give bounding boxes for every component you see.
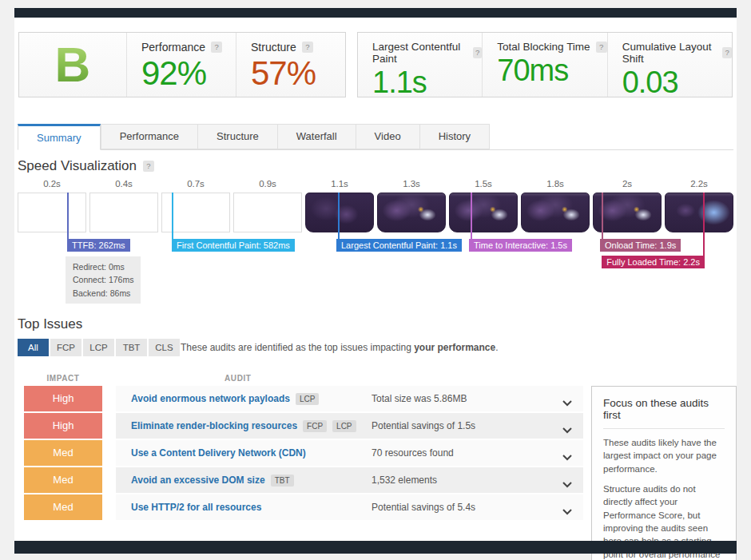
table-row: Med Avoid an excessive DOM size TBT 1,53…: [24, 467, 583, 493]
top-issues-title: Top Issues: [18, 316, 82, 332]
audit-detail: Total size was 5.86MB: [372, 393, 467, 404]
filters-caption: These audits are identified as the top i…: [181, 342, 499, 353]
ttfb-marker-line: [67, 193, 69, 240]
chevron-down-icon[interactable]: [562, 504, 572, 518]
tab-history[interactable]: History: [420, 124, 490, 149]
help-icon[interactable]: ?: [722, 47, 732, 58]
cls-cell: Cumulative Layout Shift ? 0.03: [608, 33, 732, 97]
impact-badge: Med: [24, 440, 102, 466]
column-header-audit: AUDIT: [225, 374, 252, 383]
help-icon[interactable]: ?: [473, 47, 482, 58]
help-icon[interactable]: ?: [143, 161, 154, 172]
filter-lcp[interactable]: LCP: [83, 339, 114, 356]
impact-badge: High: [24, 413, 102, 439]
impact-badge: Med: [24, 467, 102, 493]
cls-label: Cumulative Layout Shift: [622, 41, 717, 65]
backend-time: Backend: 86ms: [73, 287, 133, 300]
help-icon[interactable]: ?: [211, 42, 222, 53]
tab-video[interactable]: Video: [356, 124, 420, 149]
help-icon[interactable]: ?: [596, 42, 607, 53]
chevron-down-icon[interactable]: [562, 477, 572, 491]
filmstrip-frame-screenshot: [665, 193, 733, 232]
scores-card: B Performance ? 92% Structure ? 57%: [18, 32, 346, 97]
audit-tag: LCP: [332, 420, 356, 432]
filmstrip-frame-screenshot: [449, 193, 518, 232]
table-row: Med Use HTTP/2 for all resources Potenti…: [24, 494, 583, 520]
impact-badge: High: [24, 386, 102, 411]
timeline-tick: 1.5s: [449, 179, 518, 189]
connect-time: Connect: 176ms: [73, 273, 133, 286]
chevron-down-icon[interactable]: [562, 395, 572, 410]
site-footer-bar: [14, 541, 737, 554]
focus-panel-paragraph: These audits likely have the largest imp…: [603, 436, 725, 475]
audit-link[interactable]: Use a Content Delivery Network (CDN): [131, 447, 306, 459]
audit-detail: 70 resources found: [372, 447, 454, 459]
timeline-tick: 1.8s: [521, 179, 590, 189]
audit-link[interactable]: Eliminate render-blocking resources: [131, 420, 297, 431]
audit-link[interactable]: Avoid an excessive DOM size: [131, 475, 265, 486]
audit-tag: FCP: [303, 420, 327, 432]
audit-detail: Potential savings of 5.4s: [372, 502, 475, 513]
timeline-tick: 2.2s: [665, 179, 733, 189]
timeline-tick: 2s: [593, 179, 662, 189]
tab-summary[interactable]: Summary: [18, 124, 101, 150]
gtmetrix-report-page: B Performance ? 92% Structure ? 57% Larg…: [0, 0, 751, 560]
filter-all[interactable]: All: [18, 339, 49, 356]
chevron-down-icon[interactable]: [562, 423, 572, 437]
audit-link[interactable]: Use HTTP/2 for all resources: [131, 502, 261, 513]
structure-score-cell: Structure ? 57%: [236, 33, 345, 97]
filter-tbt[interactable]: TBT: [116, 339, 147, 356]
audit-detail: 1,532 elements: [372, 475, 437, 486]
ttfb-marker-label: TTFB: 262ms: [67, 239, 130, 252]
help-icon[interactable]: ?: [302, 42, 313, 53]
filter-cls[interactable]: CLS: [149, 339, 180, 356]
filmstrip-frame-blank: [89, 193, 158, 232]
chevron-down-icon[interactable]: [562, 450, 572, 464]
tab-structure[interactable]: Structure: [198, 124, 278, 149]
filter-fcp[interactable]: FCP: [50, 339, 81, 356]
tti-marker-line: [471, 193, 472, 240]
onload-marker-label: Onload Time: 1.9s: [600, 239, 681, 252]
onload-marker-line: [602, 193, 603, 240]
structure-label: Structure: [251, 41, 296, 54]
filmstrip-frame-screenshot: [377, 193, 446, 232]
speed-visualization-title: Speed Visualization: [18, 158, 137, 174]
ttfb-breakdown-box: Redirect: 0ms Connect: 176ms Backend: 86…: [66, 256, 141, 304]
timeline-tick: 0.7s: [161, 179, 230, 189]
filmstrip-frame-screenshot: [521, 193, 590, 232]
grade-cell: B: [19, 33, 127, 97]
audit-tag: LCP: [296, 393, 319, 405]
table-row: High Avoid enormous network payloads LCP…: [24, 386, 583, 411]
tbt-cell: Total Blocking Time ? 70ms: [483, 33, 607, 97]
tab-performance[interactable]: Performance: [101, 124, 198, 149]
filmstrip-frame-blank: [233, 193, 302, 232]
audit-tag: TBT: [271, 475, 294, 487]
table-row: Med Use a Content Delivery Network (CDN)…: [24, 440, 583, 466]
structure-score-value: 57%: [251, 54, 345, 93]
filmstrip-frame-screenshot: [305, 193, 374, 232]
report-tabbar: Summary Performance Structure Waterfall …: [18, 124, 733, 150]
cls-value: 0.03: [622, 66, 732, 100]
audit-detail: Potential savings of 1.5s: [372, 420, 475, 431]
lcp-cell: Largest Contentful Paint ? 1.1s: [358, 33, 483, 97]
fcp-marker-line: [172, 193, 173, 240]
fully-loaded-marker-label: Fully Loaded Time: 2.2s: [602, 256, 705, 268]
focus-audits-panel: Focus on these audits first These audits…: [591, 386, 737, 560]
timeline-tick: 0.2s: [18, 179, 86, 189]
lcp-label: Largest Contentful Paint: [372, 41, 467, 65]
tti-marker-label: Time to Interactive: 1.5s: [469, 239, 572, 252]
timeline-tick: 1.1s: [305, 179, 374, 189]
audit-link[interactable]: Avoid enormous network payloads: [131, 393, 290, 404]
redirect-time: Redirect: 0ms: [73, 260, 133, 273]
tbt-value: 70ms: [497, 54, 606, 88]
timeline-tick: 0.9s: [233, 179, 302, 189]
focus-panel-title: Focus on these audits first: [603, 397, 725, 429]
gtmetrix-grade: B: [55, 40, 91, 89]
impact-badge: Med: [24, 494, 102, 520]
timeline-tick: 0.4s: [89, 179, 158, 189]
web-vitals-card: Largest Contentful Paint ? 1.1s Total Bl…: [357, 32, 733, 97]
table-row: High Eliminate render-blocking resources…: [24, 413, 583, 439]
lcp-marker-label: Largest Contentful Paint: 1.1s: [336, 239, 462, 252]
fcp-marker-label: First Contentful Paint: 582ms: [172, 239, 295, 252]
tab-waterfall[interactable]: Waterfall: [278, 124, 356, 149]
